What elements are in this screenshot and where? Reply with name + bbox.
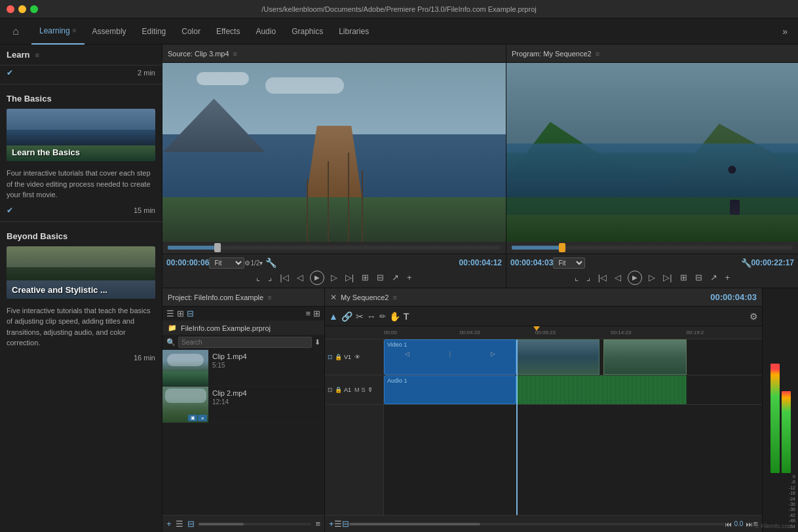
project-list-btn[interactable]: ☰: [176, 519, 183, 529]
program-overwrite-button[interactable]: ⊟: [694, 271, 704, 284]
project-grid-view-button[interactable]: ⊞: [177, 309, 184, 318]
learn-basics-thumbnail[interactable]: Learn the Basics: [7, 109, 155, 161]
sequence-settings-button[interactable]: ⚙: [750, 311, 758, 322]
program-goto-in-button[interactable]: |◁: [597, 271, 608, 284]
program-goto-out-button[interactable]: ▷|: [662, 271, 673, 284]
project-panel-menu[interactable]: ≡: [267, 294, 271, 301]
seq-zoom-slider[interactable]: [349, 523, 725, 525]
program-wrench-icon[interactable]: 🔧: [741, 258, 751, 268]
tab-color[interactable]: Color: [174, 18, 208, 45]
program-mark-out-button[interactable]: ⌟: [585, 271, 592, 284]
razor-tool-button[interactable]: ✂: [356, 311, 364, 322]
source-insert-button[interactable]: ⊞: [360, 271, 370, 284]
slip-tool-button[interactable]: ↔: [367, 311, 376, 322]
video-clip-blue[interactable]: Video 1 ◁ | ▷: [384, 339, 516, 375]
project-free-form-button[interactable]: ≡: [305, 309, 311, 318]
program-fit-select[interactable]: Fit Full 25%: [553, 257, 585, 269]
selection-tool-button[interactable]: ▲: [329, 311, 338, 322]
v1-sync-button[interactable]: ⊡: [328, 354, 333, 360]
project-icon-view-button[interactable]: ⊟: [187, 309, 194, 318]
seq-settings-button[interactable]: ☰: [334, 519, 342, 529]
project-list-view-button[interactable]: ☰: [166, 309, 174, 318]
list-item[interactable]: ▣ ≡ Clip 2.mp4 12:14: [162, 387, 324, 423]
source-goto-out-button[interactable]: ▷|: [344, 271, 355, 284]
tab-effects[interactable]: Effects: [208, 18, 248, 45]
tab-graphics[interactable]: Graphics: [284, 18, 331, 45]
a1-mute-button[interactable]: M: [354, 387, 360, 393]
source-more-button[interactable]: +: [406, 271, 413, 284]
source-settings-icon[interactable]: ⚙: [244, 259, 250, 267]
clip-2-btn-1[interactable]: ▣: [188, 415, 197, 421]
program-step-back-button[interactable]: ◁: [613, 271, 622, 284]
source-export-button[interactable]: ↗: [390, 271, 400, 284]
list-item[interactable]: Clip 1.mp4 5:15: [162, 350, 324, 387]
text-tool-button[interactable]: T: [404, 311, 409, 322]
project-zoom-slider[interactable]: [199, 523, 312, 525]
program-step-fwd-button[interactable]: ▷: [647, 271, 656, 284]
seq-goto-end-button[interactable]: ⏭: [746, 520, 753, 528]
a1-sync-button[interactable]: ⊡: [328, 387, 333, 393]
source-mark-in-button[interactable]: ⌞: [255, 271, 261, 284]
sequence-tab-menu[interactable]: ≡: [392, 294, 396, 301]
tab-learning-menu[interactable]: ≡: [73, 27, 77, 34]
program-mark-in-button[interactable]: ⌞: [573, 271, 580, 284]
program-insert-button[interactable]: ⊞: [679, 271, 689, 284]
a1-mic-button[interactable]: 🎙: [368, 387, 373, 393]
program-export-button[interactable]: ↗: [709, 271, 719, 284]
clip-2-btn-2[interactable]: ≡: [198, 415, 207, 421]
hand-tool-button[interactable]: ✋: [389, 311, 400, 322]
more-workspaces-button[interactable]: »: [777, 26, 793, 37]
source-fit-select[interactable]: Fit 25% 50% 100%: [209, 257, 244, 269]
sequence-close-button[interactable]: ✕: [330, 293, 337, 302]
tab-audio[interactable]: Audio: [248, 18, 284, 45]
seq-icon-button[interactable]: ⊟: [342, 519, 349, 529]
seq-goto-start-button[interactable]: ⏮: [725, 520, 732, 528]
tab-learning[interactable]: Learning ≡: [31, 18, 85, 45]
learn-panel-menu[interactable]: ≡: [35, 51, 39, 59]
source-fraction-select[interactable]: ▾: [259, 259, 263, 267]
home-button[interactable]: ⌂: [5, 21, 26, 42]
source-step-back-button[interactable]: ◁: [295, 271, 305, 284]
source-panel-menu[interactable]: ≡: [233, 50, 237, 58]
project-new-bin-button[interactable]: +: [166, 519, 172, 529]
tab-assembly[interactable]: Assembly: [85, 18, 134, 45]
close-window-button[interactable]: [7, 5, 14, 13]
project-more-btn[interactable]: ≡: [315, 519, 320, 529]
program-play-button[interactable]: ▶: [628, 271, 642, 285]
program-panel-menu[interactable]: ≡: [596, 50, 599, 58]
source-play-button[interactable]: ▶: [310, 271, 324, 285]
source-wrench-icon[interactable]: 🔧: [265, 257, 276, 268]
creative-thumbnail[interactable]: Creative and Stylistic ...: [7, 246, 155, 299]
minimize-window-button[interactable]: [18, 5, 26, 13]
audio-clip-blue[interactable]: Audio 1: [384, 375, 516, 404]
project-settings-button[interactable]: ⊞: [313, 309, 320, 318]
source-overwrite-button[interactable]: ⊟: [375, 271, 385, 284]
maximize-window-button[interactable]: [30, 5, 38, 13]
program-more-button[interactable]: +: [724, 271, 732, 284]
v1-eye-button[interactable]: 👁: [354, 354, 360, 360]
ripple-edit-button[interactable]: 🔗: [341, 311, 352, 322]
video-clip-1[interactable]: [516, 339, 599, 375]
pen-tool-button[interactable]: ✏: [379, 312, 386, 321]
video-clip-2[interactable]: [603, 339, 687, 375]
search-input[interactable]: [178, 337, 312, 348]
source-step-fwd-button[interactable]: ▷: [330, 271, 339, 284]
clip-nav-left[interactable]: ◁: [405, 351, 409, 357]
a1-solo-button[interactable]: S: [362, 387, 366, 393]
source-mark-out-button[interactable]: ⌟: [267, 271, 273, 284]
seq-more-button[interactable]: ≡: [753, 519, 758, 529]
seq-add-track-button[interactable]: +: [329, 519, 334, 529]
clip-nav-right[interactable]: ▷: [491, 351, 495, 357]
v1-lock-button[interactable]: 🔒: [335, 354, 342, 360]
source-scrubbar[interactable]: [162, 242, 506, 254]
audio-waveform-clip[interactable]: [516, 375, 687, 404]
window-controls[interactable]: [7, 5, 38, 13]
project-icon-btn[interactable]: ⊟: [187, 519, 195, 529]
a1-lock-button[interactable]: 🔒: [335, 387, 342, 393]
program-scrubbar[interactable]: [506, 242, 798, 254]
project-import-button[interactable]: ⬇: [314, 338, 320, 347]
source-goto-in-button[interactable]: |◁: [278, 271, 290, 284]
tab-libraries[interactable]: Libraries: [331, 18, 377, 45]
tab-editing[interactable]: Editing: [134, 18, 174, 45]
seq-playhead-row: ⏮ 0.0 ⏭: [725, 520, 753, 528]
